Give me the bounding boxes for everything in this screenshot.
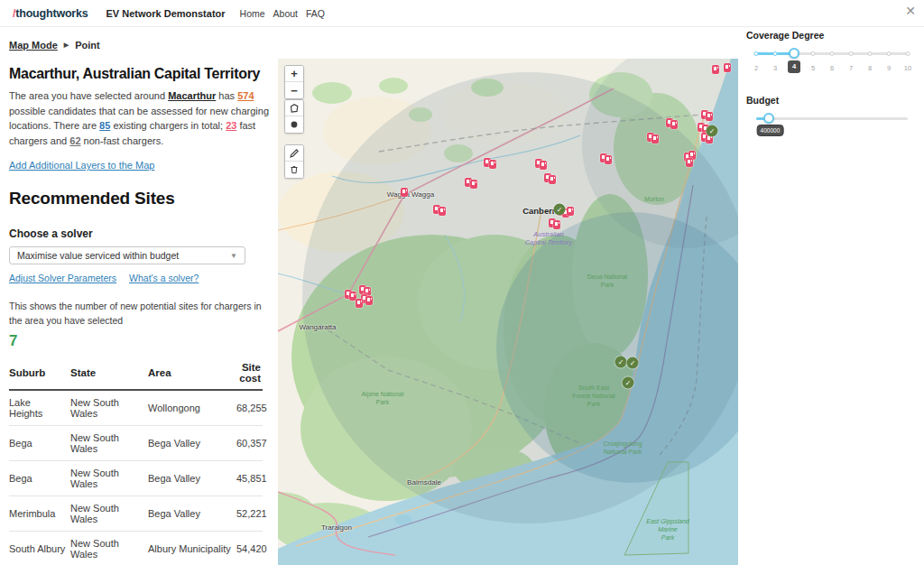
table-cell: New South Wales (70, 496, 148, 531)
slider-stop-dot[interactable] (906, 51, 910, 56)
solver-label: Choose a solver (9, 227, 278, 240)
slider-stop-dot[interactable] (773, 51, 778, 56)
slider-stop-dot[interactable] (887, 51, 892, 56)
nav-about[interactable]: About (273, 8, 298, 19)
slider-tick-label: 6 (830, 64, 834, 72)
area-description: The area you have selected around Macart… (9, 88, 271, 148)
charger-marker-icon[interactable] (489, 160, 496, 169)
table-cell: Bega (9, 460, 70, 496)
charger-marker-icon[interactable] (356, 299, 363, 308)
breadcrumb: Map Mode ▶ Point (9, 40, 278, 51)
charger-marker-icon[interactable] (605, 155, 612, 164)
draw-polygon-button[interactable] (285, 100, 303, 116)
slider-tick-label: 5 (811, 64, 815, 72)
budget-slider-track[interactable] (756, 117, 908, 120)
solver-select[interactable]: Maximise value serviced within budget ▼ (9, 246, 245, 264)
nav-faq[interactable]: FAQ (306, 8, 325, 19)
sites-table-header: SuburbStateAreaSite cost (9, 357, 263, 390)
breadcrumb-current: Point (75, 40, 100, 51)
charger-marker-icon[interactable] (686, 158, 693, 167)
table-cell: Merimbula (9, 496, 70, 531)
map-zoom-control: + − (284, 65, 304, 99)
charger-marker-icon[interactable] (439, 207, 446, 216)
recommended-sites-heading: Recommended Sites (9, 189, 278, 208)
recommended-site-marker-icon[interactable]: ✓ (615, 357, 627, 368)
table-cell: New South Wales (70, 425, 148, 460)
charger-marker-icon[interactable] (567, 207, 574, 216)
charger-marker-icon[interactable] (712, 65, 719, 74)
slider-stop-dot[interactable] (754, 51, 759, 56)
table-cell: 68,255 (236, 390, 263, 426)
budget-value-badge: 400000 (757, 125, 784, 136)
zoom-out-button[interactable]: − (285, 82, 303, 98)
charger-marker-icon[interactable] (470, 180, 477, 189)
table-row[interactable]: BegaNew South WalesBega Valley45,851 (9, 460, 263, 496)
sites-table-body: Lake HeightsNew South WalesWollongong68,… (9, 390, 263, 565)
slider-stop-dot[interactable] (868, 51, 873, 56)
table-cell: Bega Valley (148, 496, 236, 531)
charger-marker-icon[interactable] (706, 112, 713, 121)
charger-marker-icon[interactable] (365, 296, 373, 305)
polygon-icon (289, 103, 300, 114)
close-icon[interactable]: ✕ (902, 3, 919, 19)
recommended-site-marker-icon[interactable]: ✓ (627, 357, 639, 369)
charger-marker-icon[interactable] (401, 188, 408, 197)
edit-icon (289, 148, 300, 159)
coverage-slider-thumb[interactable] (789, 48, 799, 59)
recommended-site-marker-icon[interactable]: ✓ (623, 377, 634, 389)
table-cell: Lake Heights (9, 390, 70, 426)
charger-marker-icon[interactable] (540, 161, 547, 170)
charger-marker-icon[interactable] (724, 63, 731, 72)
table-row[interactable]: Lake HeightsNew South WalesWollongong68,… (9, 390, 263, 426)
adjust-solver-link[interactable]: Adjust Solver Parameters (9, 273, 116, 283)
charger-marker-icon[interactable] (553, 220, 560, 229)
draw-circle-button[interactable] (285, 116, 303, 133)
solver-links: Adjust Solver Parameters What's a solver… (9, 273, 278, 283)
slider-tick-label: 3 (773, 64, 777, 72)
nav-home[interactable]: Home (240, 8, 265, 19)
edit-layers-button[interactable] (285, 145, 303, 162)
table-cell: Bega (9, 425, 70, 460)
delete-layers-button[interactable] (285, 162, 303, 178)
recommended-site-marker-icon[interactable]: ✓ (554, 204, 566, 216)
info-panel: Map Mode ▶ Point Macarthur, Australian C… (0, 27, 278, 565)
add-layers-link[interactable]: Add Additional Layers to the Map (9, 160, 154, 171)
table-cell: Bega Valley (148, 460, 236, 496)
breadcrumb-map-mode[interactable]: Map Mode (9, 40, 58, 51)
table-cell: New South Wales (70, 390, 148, 426)
map-draw-control (284, 99, 304, 134)
table-row[interactable]: South AlburyNew South WalesAlbury Munici… (9, 531, 263, 565)
page-title: Macarthur, Australian Capital Territory (9, 66, 278, 82)
recommended-site-marker-icon[interactable]: ✓ (707, 125, 718, 137)
column-header: State (70, 357, 148, 390)
whats-a-solver-link[interactable]: What's a solver? (129, 273, 199, 283)
table-cell: New South Wales (70, 531, 148, 565)
slider-tick-label: 2 (754, 64, 758, 72)
app-title: EV Network Demonstator (106, 8, 226, 19)
slider-stop-dot[interactable] (849, 51, 854, 56)
main-nav: Home About FAQ (240, 8, 325, 19)
slider-tick-label: 8 (868, 64, 872, 72)
map-artwork (278, 59, 738, 565)
charger-marker-icon[interactable] (670, 120, 678, 129)
slider-stop-dot[interactable] (811, 51, 816, 56)
charger-marker-icon[interactable] (549, 175, 556, 184)
slider-tick-label: 9 (887, 64, 891, 72)
column-header: Site cost (236, 357, 263, 390)
top-bar: /thoughtworks EV Network Demonstator Hom… (0, 0, 924, 27)
charger-marker-icon[interactable] (651, 134, 659, 144)
sites-table: SuburbStateAreaSite cost Lake HeightsNew… (9, 357, 263, 565)
thoughtworks-logo[interactable]: /thoughtworks (13, 7, 88, 20)
trash-icon (289, 164, 300, 175)
table-row[interactable]: BegaNew South WalesBega Valley60,357 (9, 425, 263, 460)
circle-icon (289, 119, 300, 130)
table-row[interactable]: MerimbulaNew South WalesBega Valley52,22… (9, 496, 263, 531)
breadcrumb-arrow-icon: ▶ (64, 42, 69, 49)
zoom-in-button[interactable]: + (285, 66, 303, 82)
budget-slider-thumb[interactable] (763, 113, 774, 124)
parameters-panel: Coverage Degree 2345678910 Budget 400000 (738, 27, 924, 565)
table-cell: New South Wales (70, 460, 148, 496)
candidates-count: 574 (237, 90, 254, 101)
slider-stop-dot[interactable] (830, 51, 835, 56)
map-canvas[interactable]: + − Wagga WaggaCanberraAustralian Capita… (278, 59, 738, 565)
